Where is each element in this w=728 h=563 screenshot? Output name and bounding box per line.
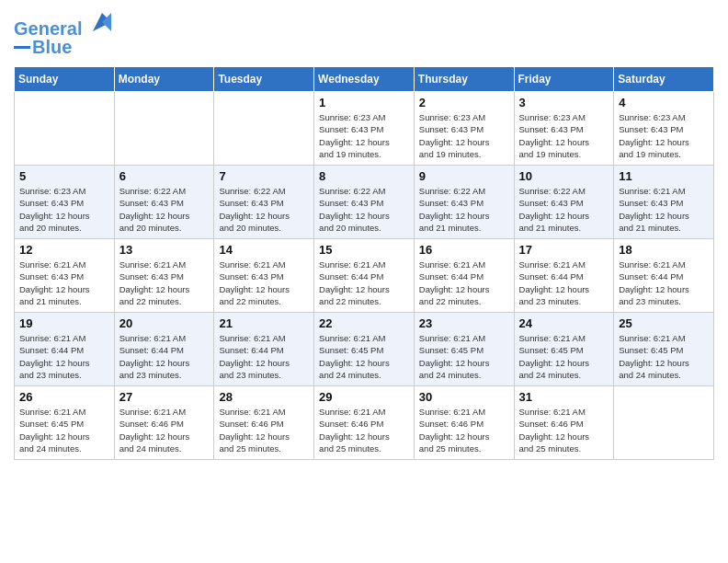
week-row-2: 5Sunrise: 6:23 AM Sunset: 6:43 PM Daylig… [15,166,714,239]
day-number: 17 [519,243,609,257]
week-row-4: 19Sunrise: 6:21 AM Sunset: 6:44 PM Dayli… [15,313,714,386]
day-cell: 3Sunrise: 6:23 AM Sunset: 6:43 PM Daylig… [514,92,614,166]
day-info: Sunrise: 6:21 AM Sunset: 6:46 PM Dayligh… [519,406,609,454]
day-cell: 18Sunrise: 6:21 AM Sunset: 6:44 PM Dayli… [614,239,714,313]
day-cell: 1Sunrise: 6:23 AM Sunset: 6:43 PM Daylig… [314,92,415,166]
header-cell-monday: Monday [114,67,214,92]
day-number: 30 [419,390,509,404]
day-cell: 29Sunrise: 6:21 AM Sunset: 6:46 PM Dayli… [314,386,415,460]
day-info: Sunrise: 6:22 AM Sunset: 6:43 PM Dayligh… [419,185,509,234]
week-row-3: 12Sunrise: 6:21 AM Sunset: 6:43 PM Dayli… [15,239,714,313]
day-cell: 27Sunrise: 6:21 AM Sunset: 6:46 PM Dayli… [114,386,214,460]
day-cell: 21Sunrise: 6:21 AM Sunset: 6:44 PM Dayli… [214,313,314,386]
day-cell: 12Sunrise: 6:21 AM Sunset: 6:43 PM Dayli… [15,239,115,313]
day-number: 31 [519,390,609,404]
header-row: SundayMondayTuesdayWednesdayThursdayFrid… [15,67,714,92]
calendar-table: SundayMondayTuesdayWednesdayThursdayFrid… [14,66,714,460]
day-number: 16 [419,243,509,257]
day-info: Sunrise: 6:21 AM Sunset: 6:44 PM Dayligh… [119,332,210,381]
logo-text: General [14,9,115,39]
day-info: Sunrise: 6:21 AM Sunset: 6:45 PM Dayligh… [419,332,509,381]
day-number: 15 [319,243,409,257]
day-number: 1 [319,96,409,109]
day-info: Sunrise: 6:23 AM Sunset: 6:43 PM Dayligh… [419,111,509,160]
day-number: 8 [319,169,409,183]
header: General Blue [14,9,714,57]
logo: General Blue [14,9,115,57]
day-info: Sunrise: 6:21 AM Sunset: 6:46 PM Dayligh… [219,406,309,454]
day-cell: 9Sunrise: 6:22 AM Sunset: 6:43 PM Daylig… [414,166,514,239]
day-info: Sunrise: 6:21 AM Sunset: 6:45 PM Dayligh… [319,332,409,381]
week-row-1: 1Sunrise: 6:23 AM Sunset: 6:43 PM Daylig… [15,92,714,166]
day-cell: 6Sunrise: 6:22 AM Sunset: 6:43 PM Daylig… [114,166,214,239]
day-info: Sunrise: 6:23 AM Sunset: 6:43 PM Dayligh… [19,185,109,234]
day-number: 25 [619,316,709,330]
day-number: 3 [519,96,609,109]
day-info: Sunrise: 6:22 AM Sunset: 6:43 PM Dayligh… [319,185,409,234]
day-number: 18 [619,243,709,257]
day-cell: 11Sunrise: 6:21 AM Sunset: 6:43 PM Dayli… [614,166,714,239]
day-number: 2 [419,96,509,109]
week-row-5: 26Sunrise: 6:21 AM Sunset: 6:45 PM Dayli… [15,386,714,460]
day-info: Sunrise: 6:21 AM Sunset: 6:46 PM Dayligh… [419,406,509,454]
day-cell: 22Sunrise: 6:21 AM Sunset: 6:45 PM Dayli… [314,313,415,386]
day-info: Sunrise: 6:21 AM Sunset: 6:46 PM Dayligh… [119,406,210,454]
day-cell: 31Sunrise: 6:21 AM Sunset: 6:46 PM Dayli… [514,386,614,460]
day-cell: 4Sunrise: 6:23 AM Sunset: 6:43 PM Daylig… [614,92,714,166]
day-info: Sunrise: 6:21 AM Sunset: 6:43 PM Dayligh… [19,259,109,307]
day-info: Sunrise: 6:21 AM Sunset: 6:45 PM Dayligh… [519,332,609,381]
day-number: 12 [19,243,109,257]
day-number: 7 [219,169,309,183]
header-cell-thursday: Thursday [414,67,514,92]
logo-blue: Blue [32,37,72,57]
day-cell [214,92,314,166]
day-cell: 20Sunrise: 6:21 AM Sunset: 6:44 PM Dayli… [114,313,214,386]
day-cell: 13Sunrise: 6:21 AM Sunset: 6:43 PM Dayli… [114,239,214,313]
header-cell-saturday: Saturday [614,67,714,92]
day-number: 23 [419,316,509,330]
day-info: Sunrise: 6:23 AM Sunset: 6:43 PM Dayligh… [519,111,609,160]
day-info: Sunrise: 6:23 AM Sunset: 6:43 PM Dayligh… [319,111,409,160]
day-info: Sunrise: 6:21 AM Sunset: 6:45 PM Dayligh… [619,332,709,381]
day-cell [114,92,214,166]
day-number: 11 [619,169,709,183]
day-cell: 24Sunrise: 6:21 AM Sunset: 6:45 PM Dayli… [514,313,614,386]
day-cell: 26Sunrise: 6:21 AM Sunset: 6:45 PM Dayli… [15,386,115,460]
day-info: Sunrise: 6:21 AM Sunset: 6:45 PM Dayligh… [19,406,109,454]
calendar-body: 1Sunrise: 6:23 AM Sunset: 6:43 PM Daylig… [15,92,714,460]
day-info: Sunrise: 6:21 AM Sunset: 6:44 PM Dayligh… [419,259,509,307]
day-number: 29 [319,390,409,404]
day-number: 10 [519,169,609,183]
day-cell: 2Sunrise: 6:23 AM Sunset: 6:43 PM Daylig… [414,92,514,166]
logo-general: General [14,18,82,39]
day-number: 21 [219,316,309,330]
day-cell: 25Sunrise: 6:21 AM Sunset: 6:45 PM Dayli… [614,313,714,386]
day-info: Sunrise: 6:21 AM Sunset: 6:44 PM Dayligh… [619,259,709,307]
day-cell: 5Sunrise: 6:23 AM Sunset: 6:43 PM Daylig… [15,166,115,239]
day-number: 6 [119,169,210,183]
day-cell: 23Sunrise: 6:21 AM Sunset: 6:45 PM Dayli… [414,313,514,386]
page: General Blue SundayMonda [0,0,728,474]
day-cell: 8Sunrise: 6:22 AM Sunset: 6:43 PM Daylig… [314,166,415,239]
day-info: Sunrise: 6:21 AM Sunset: 6:44 PM Dayligh… [519,259,609,307]
header-cell-friday: Friday [514,67,614,92]
day-info: Sunrise: 6:22 AM Sunset: 6:43 PM Dayligh… [119,185,210,234]
day-number: 28 [219,390,309,404]
header-cell-tuesday: Tuesday [214,67,314,92]
header-cell-wednesday: Wednesday [314,67,415,92]
logo-icon [89,9,115,35]
day-cell: 17Sunrise: 6:21 AM Sunset: 6:44 PM Dayli… [514,239,614,313]
day-number: 14 [219,243,309,257]
day-info: Sunrise: 6:21 AM Sunset: 6:44 PM Dayligh… [319,259,409,307]
day-number: 20 [119,316,210,330]
day-number: 27 [119,390,210,404]
day-cell: 10Sunrise: 6:22 AM Sunset: 6:43 PM Dayli… [514,166,614,239]
day-info: Sunrise: 6:21 AM Sunset: 6:46 PM Dayligh… [319,406,409,454]
day-number: 5 [19,169,109,183]
day-info: Sunrise: 6:21 AM Sunset: 6:44 PM Dayligh… [219,332,309,381]
day-number: 26 [19,390,109,404]
day-cell: 30Sunrise: 6:21 AM Sunset: 6:46 PM Dayli… [414,386,514,460]
day-number: 19 [19,316,109,330]
day-number: 24 [519,316,609,330]
day-cell: 28Sunrise: 6:21 AM Sunset: 6:46 PM Dayli… [214,386,314,460]
